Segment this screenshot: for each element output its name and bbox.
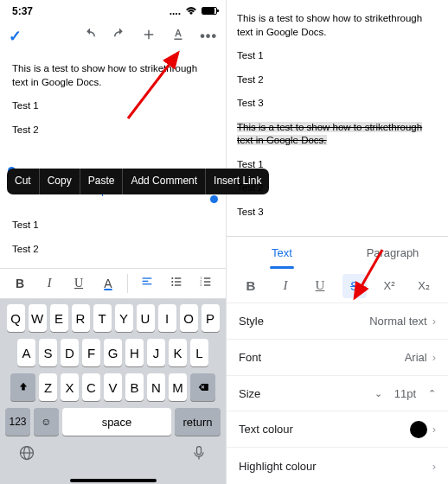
svg-line-0: [128, 53, 178, 118]
key-l[interactable]: L: [190, 339, 208, 366]
globe-key[interactable]: [18, 444, 35, 465]
svg-rect-13: [204, 281, 210, 282]
numbers-key[interactable]: 123: [5, 408, 30, 436]
key-v[interactable]: V: [104, 373, 122, 401]
mic-key[interactable]: [190, 444, 208, 465]
svg-rect-11: [204, 277, 210, 278]
document-body[interactable]: This is a test to show how to strikethro…: [227, 0, 448, 236]
bullet-list-button[interactable]: [166, 275, 187, 292]
ctx-paste[interactable]: Paste: [80, 169, 124, 194]
align-button[interactable]: [137, 275, 157, 292]
svg-text:3: 3: [200, 283, 202, 287]
style-row[interactable]: Style Normal text›: [227, 303, 448, 340]
row-label: Font: [239, 351, 261, 364]
key-row-3: ZXCVBNM: [3, 373, 223, 401]
key-o[interactable]: O: [180, 304, 198, 332]
text-colour-row[interactable]: Text colour ›: [227, 411, 448, 448]
keyboard-bottom: [3, 443, 223, 465]
key-t[interactable]: T: [93, 304, 112, 332]
paragraph: Test 1: [237, 158, 438, 172]
key-u[interactable]: U: [137, 304, 155, 332]
key-row-1: QWERTYUIOP: [3, 304, 223, 332]
size-row: Size ⌄ 11pt ⌃: [227, 376, 448, 412]
key-b[interactable]: B: [125, 373, 144, 401]
ctx-add-comment[interactable]: Add Comment: [123, 169, 206, 194]
key-n[interactable]: N: [147, 373, 165, 401]
svg-point-6: [171, 281, 173, 283]
numbered-list-button[interactable]: 123: [195, 275, 216, 292]
plus-button[interactable]: [141, 27, 157, 46]
font-row[interactable]: Font Arial›: [227, 340, 448, 376]
chevron-right-icon: ›: [432, 423, 436, 436]
key-m[interactable]: M: [169, 373, 187, 401]
key-q[interactable]: Q: [7, 304, 25, 332]
key-a[interactable]: A: [17, 339, 35, 366]
chevron-right-icon: ›: [432, 315, 436, 328]
return-key[interactable]: return: [175, 408, 221, 436]
key-i[interactable]: I: [158, 304, 176, 332]
colour-swatch: [410, 421, 427, 438]
key-h[interactable]: H: [125, 339, 144, 366]
svg-rect-9: [175, 284, 181, 285]
ctx-copy[interactable]: Copy: [40, 169, 80, 194]
key-p[interactable]: P: [202, 304, 220, 332]
key-s[interactable]: S: [39, 339, 57, 366]
key-f[interactable]: F: [82, 339, 100, 366]
bold-button[interactable]: B: [10, 277, 30, 290]
tab-text[interactable]: Text: [227, 237, 337, 269]
bold-button[interactable]: B: [239, 274, 263, 298]
paragraph: Test 2: [237, 73, 438, 87]
backspace-key[interactable]: [190, 373, 215, 401]
subscript-button[interactable]: X₂: [412, 274, 436, 298]
text-format-button[interactable]: [170, 27, 186, 46]
shift-key[interactable]: [10, 373, 35, 401]
emoji-key[interactable]: ☺: [34, 408, 59, 436]
redo-button[interactable]: [112, 27, 127, 46]
space-key[interactable]: space: [62, 408, 171, 436]
format-bar: B I U A 123: [0, 268, 226, 299]
chevron-right-icon: ›: [432, 460, 436, 473]
key-g[interactable]: G: [104, 339, 122, 366]
row-label: Style: [239, 315, 264, 328]
italic-button[interactable]: I: [273, 274, 298, 298]
svg-rect-1: [143, 277, 152, 278]
keyboard: QWERTYUIOP ASDFGHJKL ZXCVBNM 123 ☺ space…: [0, 299, 226, 484]
svg-point-4: [171, 277, 173, 279]
svg-rect-7: [175, 281, 181, 282]
svg-point-8: [171, 284, 173, 286]
text-color-button[interactable]: A: [98, 277, 118, 290]
selection-handle-end[interactable]: [210, 195, 218, 203]
more-button[interactable]: •••: [200, 29, 217, 44]
row-value: 11pt: [394, 387, 416, 400]
paragraph: Test 3: [237, 97, 438, 111]
size-increase-button[interactable]: ⌃: [428, 388, 436, 399]
svg-rect-15: [204, 284, 210, 285]
key-d[interactable]: D: [61, 339, 79, 366]
editor-toolbar: ✓ •••: [0, 19, 226, 54]
status-icons: ....: [170, 5, 217, 17]
done-button[interactable]: ✓: [9, 27, 22, 46]
undo-button[interactable]: [82, 27, 98, 46]
paragraph: This is a test to show how to strikethro…: [237, 12, 438, 39]
key-k[interactable]: K: [169, 339, 187, 366]
chevron-right-icon: ›: [432, 351, 436, 364]
battery-icon: [202, 7, 217, 15]
document-body[interactable]: This is a test to show how to strikethro…: [0, 54, 226, 275]
italic-button[interactable]: I: [39, 277, 60, 290]
size-decrease-button[interactable]: ⌄: [374, 388, 382, 399]
ctx-cut[interactable]: Cut: [7, 169, 40, 194]
key-r[interactable]: R: [72, 304, 90, 332]
key-c[interactable]: C: [82, 373, 100, 401]
key-x[interactable]: X: [61, 373, 79, 401]
underline-button[interactable]: U: [68, 277, 89, 290]
key-j[interactable]: J: [147, 339, 165, 366]
key-z[interactable]: Z: [39, 373, 57, 401]
cellular-icon: ....: [170, 5, 181, 17]
separator: [127, 274, 128, 293]
key-e[interactable]: E: [50, 304, 68, 332]
svg-rect-2: [143, 281, 149, 282]
key-y[interactable]: Y: [115, 304, 133, 332]
key-w[interactable]: W: [29, 304, 47, 332]
highlight-colour-row[interactable]: Highlight colour ›: [227, 448, 448, 484]
underline-button[interactable]: U: [308, 274, 332, 298]
